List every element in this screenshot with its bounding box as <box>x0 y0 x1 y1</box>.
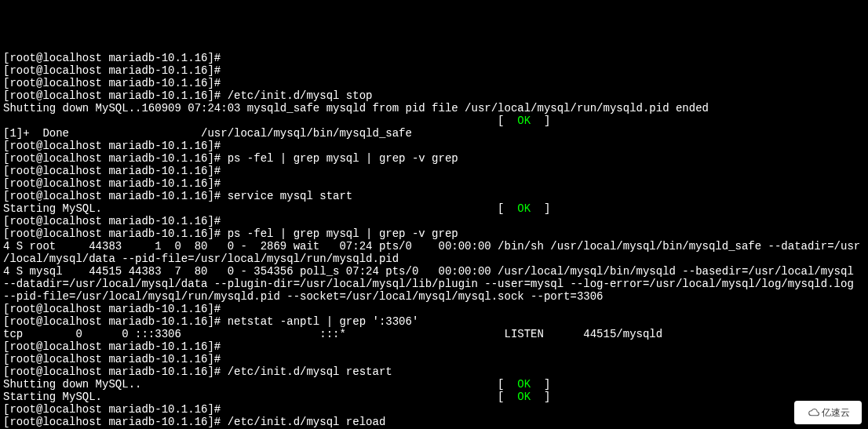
terminal-line: 4 S mysql 44515 44383 7 80 0 - 354356 po… <box>3 265 865 278</box>
status-line: Starting MySQL. [ OK ] <box>3 202 865 215</box>
terminal-output[interactable]: [root@localhost mariadb-10.1.16]#[root@l… <box>3 52 865 429</box>
terminal-line: [1]+ Done /usr/local/mysql/bin/mysqld_sa… <box>3 127 865 140</box>
terminal-line: /local/mysql/data --pid-file=/usr/local/… <box>3 253 865 265</box>
terminal-line: --datadir=/usr/local/mysql/data --plugin… <box>3 278 865 290</box>
status-prefix: Starting MySQL. [ <box>3 391 517 403</box>
terminal-line: [root@localhost mariadb-10.1.16]# <box>3 403 865 416</box>
terminal-line: 4 S root 44383 1 0 80 0 - 2869 wait 07:2… <box>3 240 865 253</box>
status-prefix: Shutting down MySQL.. [ <box>3 378 517 391</box>
watermark-text: 亿速云 <box>822 406 850 419</box>
terminal-line: [root@localhost mariadb-10.1.16]# <box>3 52 865 64</box>
terminal-line: [root@localhost mariadb-10.1.16]# netsta… <box>3 315 865 328</box>
terminal-line: [root@localhost mariadb-10.1.16]# <box>3 215 865 227</box>
status-suffix: ] <box>531 115 550 127</box>
watermark-badge: 亿速云 <box>794 401 862 424</box>
terminal-line: [root@localhost mariadb-10.1.16]# /etc/i… <box>3 89 865 102</box>
terminal-line: [root@localhost mariadb-10.1.16]# <box>3 340 865 353</box>
terminal-line: [root@localhost mariadb-10.1.16]# <box>3 165 865 177</box>
terminal-line: [root@localhost mariadb-10.1.16]# <box>3 64 865 77</box>
terminal-line: [root@localhost mariadb-10.1.16]# <box>3 140 865 152</box>
status-ok: OK <box>517 378 531 391</box>
terminal-line: [root@localhost mariadb-10.1.16]# <box>3 303 865 315</box>
status-ok: OK <box>517 391 531 403</box>
terminal-line: --pid-file=/usr/local/mysql/run/mysqld.p… <box>3 290 865 303</box>
terminal-line: [root@localhost mariadb-10.1.16]# ps -fe… <box>3 227 865 240</box>
status-line: Starting MySQL. [ OK ] <box>3 391 865 403</box>
status-prefix: [ <box>3 115 517 127</box>
status-line: [ OK ] <box>3 115 865 127</box>
terminal-line: Shutting down MySQL..160909 07:24:03 mys… <box>3 102 865 115</box>
status-ok: OK <box>517 115 531 127</box>
terminal-line: [root@localhost mariadb-10.1.16]# /etc/i… <box>3 365 865 378</box>
terminal-line: [root@localhost mariadb-10.1.16]# <box>3 353 865 365</box>
cloud-icon <box>806 407 820 418</box>
terminal-line: tcp 0 0 :::3306 :::* LISTEN 44515/mysqld <box>3 328 865 340</box>
terminal-line: [root@localhost mariadb-10.1.16]# servic… <box>3 190 865 202</box>
terminal-line: [root@localhost mariadb-10.1.16]# /etc/i… <box>3 416 865 428</box>
status-prefix: Starting MySQL. [ <box>3 202 517 215</box>
terminal-line: [root@localhost mariadb-10.1.16]# <box>3 177 865 190</box>
status-line: Shutting down MySQL.. [ OK ] <box>3 378 865 391</box>
status-ok: OK <box>517 202 531 215</box>
terminal-line: [root@localhost mariadb-10.1.16]# <box>3 77 865 89</box>
status-suffix: ] <box>531 391 550 403</box>
status-suffix: ] <box>531 202 550 215</box>
status-suffix: ] <box>531 378 550 391</box>
terminal-line: [root@localhost mariadb-10.1.16]# ps -fe… <box>3 152 865 165</box>
